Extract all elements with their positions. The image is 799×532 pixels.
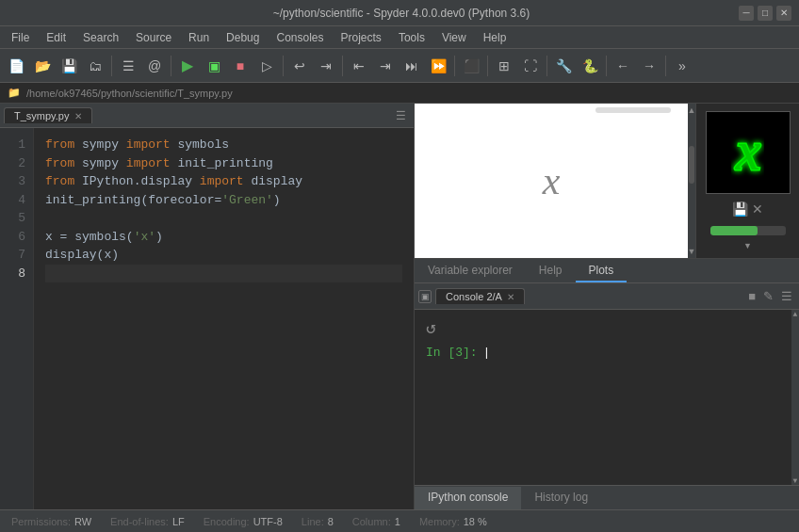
console-cursor[interactable] bbox=[483, 346, 491, 360]
back-button[interactable]: ← bbox=[611, 54, 635, 78]
menu-file[interactable]: File bbox=[4, 29, 37, 46]
run-cell-button[interactable]: ▷ bbox=[254, 54, 279, 78]
console-tab-close[interactable]: ✕ bbox=[507, 292, 514, 302]
code-editor: 1 2 3 4 5 6 7 8 from sympy import symbol… bbox=[0, 128, 414, 509]
console-controls: ■ ✎ ☰ bbox=[745, 289, 795, 303]
statusbar: Permissions: RW End-of-lines: LF Encodin… bbox=[0, 509, 799, 532]
code-line-1: from sympy import symbols bbox=[45, 136, 402, 154]
maximize-button[interactable]: □ bbox=[758, 6, 773, 21]
menu-run[interactable]: Run bbox=[181, 29, 217, 46]
menu-help[interactable]: Help bbox=[476, 29, 514, 46]
continue-button[interactable]: ⏩ bbox=[426, 54, 450, 78]
list-button[interactable]: ☰ bbox=[116, 54, 140, 78]
editor-tabs-bar: T_sympy.py ✕ ☰ bbox=[0, 104, 414, 128]
tab-variable-explorer[interactable]: Variable explorer bbox=[415, 260, 526, 282]
tab-options-button[interactable]: ☰ bbox=[392, 109, 410, 122]
zoom-slider[interactable] bbox=[710, 226, 786, 235]
tools-button[interactable]: 🔧 bbox=[551, 54, 576, 78]
bottom-tab-history[interactable]: History log bbox=[521, 487, 601, 509]
code-line-4: init_printing(forecolor='Green') bbox=[45, 191, 402, 210]
run-file-button[interactable]: ▣ bbox=[202, 54, 226, 78]
more-button[interactable]: » bbox=[670, 54, 694, 78]
plot-scroll-thumb[interactable] bbox=[689, 146, 694, 184]
line-number-5: 5 bbox=[0, 209, 25, 228]
menu-consoles[interactable]: Consoles bbox=[269, 29, 331, 46]
at-button[interactable]: @ bbox=[142, 54, 167, 78]
menu-view[interactable]: View bbox=[434, 29, 474, 46]
unindent-button[interactable]: ⇥ bbox=[373, 54, 398, 78]
toolbar-sep-5 bbox=[454, 56, 455, 76]
toolbar-sep-6 bbox=[487, 56, 488, 76]
code-line-6: x = symbols('x') bbox=[45, 228, 402, 247]
save-button[interactable]: 💾 bbox=[57, 54, 81, 78]
console-content[interactable]: ▲ ▼ ↺ In [3]: bbox=[415, 310, 799, 485]
code-line-8 bbox=[45, 265, 402, 283]
code-content[interactable]: from sympy import symbols from sympy imp… bbox=[34, 128, 414, 509]
minimize-button[interactable]: ─ bbox=[739, 6, 754, 21]
menu-debug[interactable]: Debug bbox=[219, 29, 267, 46]
thumbnail-close-button[interactable]: ✕ bbox=[752, 202, 763, 217]
console-scroll-down[interactable]: ▼ bbox=[791, 476, 799, 485]
toolbar-sep-2 bbox=[171, 56, 171, 76]
menu-search[interactable]: Search bbox=[75, 29, 126, 46]
mem-label: Memory: bbox=[419, 516, 460, 527]
plot-nav-down[interactable]: ▼ bbox=[743, 241, 752, 250]
plot-main-view[interactable]: x bbox=[415, 104, 688, 258]
svg-text:x: x bbox=[734, 120, 760, 182]
status-line: Line: 8 bbox=[302, 516, 334, 527]
toolbar-sep-4 bbox=[342, 56, 343, 76]
tab-close-button[interactable]: ✕ bbox=[74, 111, 82, 121]
plot-vscrollbar[interactable]: ▲ ▼ bbox=[688, 104, 695, 258]
status-eol: End-of-lines: LF bbox=[110, 516, 185, 527]
console-menu-button[interactable]: ☰ bbox=[778, 289, 795, 303]
menu-source[interactable]: Source bbox=[128, 29, 179, 46]
folder-icon: 📁 bbox=[8, 87, 21, 99]
close-button[interactable]: ✕ bbox=[776, 6, 791, 21]
new-file-button[interactable]: 📄 bbox=[4, 54, 28, 78]
python-button[interactable]: 🐍 bbox=[578, 54, 602, 78]
console-scroll-up[interactable]: ▲ bbox=[791, 310, 799, 318]
plot-nav: ▼ bbox=[700, 241, 795, 250]
tab-plots[interactable]: Plots bbox=[576, 260, 628, 282]
editor-tab-t-sympy[interactable]: T_sympy.py ✕ bbox=[4, 107, 92, 123]
line-number-1: 1 bbox=[0, 136, 25, 154]
thumbnail-save-button[interactable]: 💾 bbox=[732, 202, 748, 217]
code-line-3: from IPython.display import display bbox=[45, 172, 402, 191]
run-button[interactable]: ▶ bbox=[175, 54, 200, 78]
fullscreen-button[interactable]: ⛶ bbox=[518, 54, 543, 78]
skip-button[interactable]: ⏭ bbox=[400, 54, 424, 78]
breadcrumb: 📁 /home/ok97465/python/scientific/T_symp… bbox=[0, 83, 799, 104]
menu-tools[interactable]: Tools bbox=[391, 29, 432, 46]
forward-button[interactable]: → bbox=[637, 54, 661, 78]
breakpoint-button[interactable]: ⬛ bbox=[459, 54, 483, 78]
open-file-button[interactable]: 📂 bbox=[30, 54, 55, 78]
plot-hscrollbar[interactable] bbox=[595, 107, 671, 113]
step-into-button[interactable]: ⇥ bbox=[314, 54, 338, 78]
line-number-7: 7 bbox=[0, 246, 25, 265]
console-tab-label: Console 2/A bbox=[446, 291, 502, 302]
panels-tabs: Variable explorer Help Plots bbox=[415, 259, 799, 283]
save-all-button[interactable]: 🗂 bbox=[83, 54, 107, 78]
console-vscrollbar[interactable]: ▲ ▼ bbox=[791, 310, 799, 485]
console-stop-button[interactable]: ■ bbox=[745, 289, 758, 303]
layout-button[interactable]: ⊞ bbox=[492, 54, 516, 78]
status-memory: Memory: 18 % bbox=[419, 516, 487, 527]
plot-thumbnail-1[interactable]: x x bbox=[706, 111, 791, 194]
bottom-tab-ipython[interactable]: IPython console bbox=[415, 487, 521, 509]
undo-button[interactable]: ↩ bbox=[287, 54, 312, 78]
menu-edit[interactable]: Edit bbox=[39, 29, 73, 46]
console-tab-2a[interactable]: Console 2/A ✕ bbox=[435, 288, 525, 304]
menubar: File Edit Search Source Run Debug Consol… bbox=[0, 26, 799, 49]
line-number-3: 3 bbox=[0, 172, 25, 191]
console-edit-button[interactable]: ✎ bbox=[760, 289, 776, 303]
file-path: /home/ok97465/python/scientific/T_sympy.… bbox=[26, 88, 233, 99]
zoom-slider-container bbox=[710, 224, 786, 237]
indent-button[interactable]: ⇤ bbox=[347, 54, 371, 78]
status-encoding: Encoding: UTF-8 bbox=[204, 516, 283, 527]
stop-button[interactable]: ■ bbox=[228, 54, 253, 78]
mem-value: 18 % bbox=[464, 516, 487, 527]
line-numbers: 1 2 3 4 5 6 7 8 bbox=[0, 128, 34, 509]
menu-projects[interactable]: Projects bbox=[334, 29, 389, 46]
toolbar-sep-1 bbox=[111, 56, 112, 76]
tab-help[interactable]: Help bbox=[526, 260, 576, 282]
